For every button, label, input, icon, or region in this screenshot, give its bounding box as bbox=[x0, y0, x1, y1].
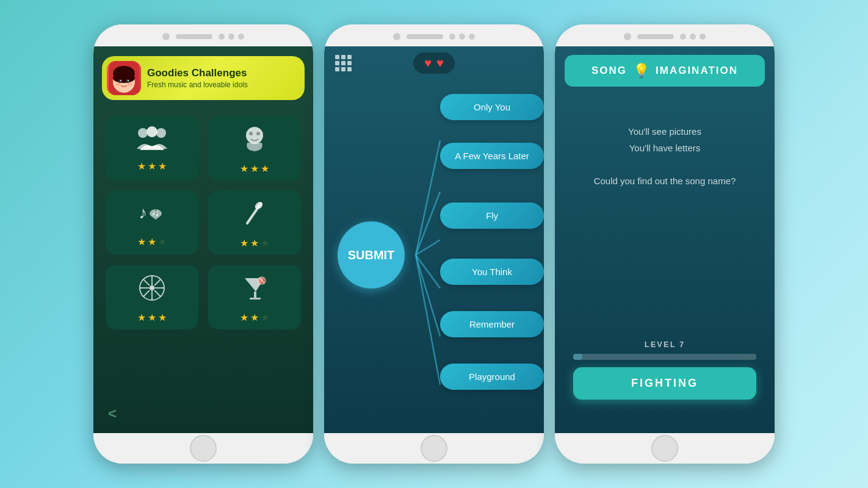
desc-line-2: You'll have letters bbox=[573, 140, 756, 156]
phone-2-top-bar bbox=[324, 24, 544, 46]
level-section: LEVEL 7 bbox=[555, 340, 775, 360]
svg-text:♪: ♪ bbox=[139, 203, 147, 222]
wheel-icon bbox=[139, 274, 165, 307]
heart-1: ♥ bbox=[424, 56, 432, 70]
stars-5: ★ ★ ★ bbox=[137, 312, 167, 323]
svg-point-9 bbox=[126, 79, 129, 83]
svg-point-13 bbox=[128, 83, 132, 86]
phone-1-screen: Goodies Challenges Fresh music and lovea… bbox=[93, 46, 313, 433]
phone-2-screen: ♥ ♥ SUBMIT bbox=[324, 46, 544, 433]
song-option-2[interactable]: A Few Years Later bbox=[440, 143, 544, 169]
microphone-icon bbox=[242, 200, 267, 232]
friends-icon bbox=[137, 126, 167, 156]
phone-3-speaker bbox=[637, 34, 674, 39]
phone-2-bottom bbox=[324, 433, 544, 464]
phone-1-speaker bbox=[176, 34, 212, 39]
phone-2-dots bbox=[449, 34, 475, 40]
phone-1-dot-3 bbox=[238, 34, 244, 40]
svg-line-32 bbox=[154, 279, 161, 285]
phone-1-dots bbox=[219, 34, 244, 40]
phone-1-home-button[interactable] bbox=[190, 435, 217, 462]
song-imagination-header: SONG 💡 IMAGINATION bbox=[565, 55, 765, 87]
phone-3-dot-2 bbox=[690, 34, 696, 40]
imagination-label: IMAGINATION bbox=[656, 65, 738, 77]
game-description: You'll see pictures You'll have letters … bbox=[555, 111, 775, 201]
phone-3-bottom bbox=[555, 433, 775, 464]
song-option-5[interactable]: Remember bbox=[440, 311, 544, 337]
phone-3-screen: SONG 💡 IMAGINATION You'll see pictures Y… bbox=[555, 46, 775, 433]
baby-icon bbox=[242, 126, 267, 158]
progress-fill bbox=[573, 354, 582, 360]
song-option-3[interactable]: Fly bbox=[440, 203, 544, 229]
svg-point-12 bbox=[115, 83, 120, 86]
game-cell-2[interactable]: ★ ★ ★ bbox=[208, 116, 301, 181]
phone-3-dots bbox=[680, 34, 706, 40]
phone-2-speaker bbox=[407, 34, 443, 39]
level-label: LEVEL 7 bbox=[573, 340, 756, 349]
phone-3-top-bar bbox=[555, 24, 775, 46]
svg-point-14 bbox=[138, 128, 148, 138]
header-text: Goodies Challenges Fresh music and lovea… bbox=[147, 67, 248, 89]
stars-1: ★ ★ ★ bbox=[137, 160, 167, 172]
grid-menu-icon[interactable] bbox=[335, 55, 351, 71]
svg-point-15 bbox=[146, 126, 157, 137]
game-grid: ★ ★ ★ ★ ★ bbox=[93, 110, 313, 336]
svg-point-19 bbox=[256, 132, 260, 135]
phone-3-home-button[interactable] bbox=[651, 435, 678, 462]
lives-counter: ♥ ♥ bbox=[413, 52, 455, 74]
phone-2-dot-3 bbox=[469, 34, 475, 40]
app-title: Goodies Challenges bbox=[147, 67, 248, 79]
svg-point-25 bbox=[150, 285, 154, 290]
song-label: SONG bbox=[591, 65, 627, 77]
phone-3-dot-3 bbox=[700, 34, 706, 40]
song-option-4[interactable]: You Think bbox=[440, 259, 544, 285]
phone-1-dot-1 bbox=[219, 34, 225, 40]
stars-4: ★ ★ ★ bbox=[240, 237, 269, 249]
game-cell-1[interactable]: ★ ★ ★ bbox=[106, 116, 198, 181]
phone-1-top-bar bbox=[93, 24, 313, 46]
submit-button[interactable]: SUBMIT bbox=[338, 221, 405, 289]
phone-2-camera bbox=[393, 33, 400, 40]
bulb-icon: 💡 bbox=[633, 63, 649, 79]
stars-6: ★ ★ ★ bbox=[240, 312, 269, 323]
phone-3-camera bbox=[624, 33, 631, 40]
svg-point-10 bbox=[120, 80, 121, 81]
svg-line-30 bbox=[143, 279, 150, 285]
svg-point-11 bbox=[128, 80, 129, 81]
game-cell-4[interactable]: ★ ★ ★ bbox=[208, 190, 301, 255]
svg-point-16 bbox=[156, 128, 166, 138]
svg-rect-35 bbox=[254, 292, 256, 298]
phone-1-camera bbox=[162, 33, 170, 40]
goodies-header: Goodies Challenges Fresh music and lovea… bbox=[102, 56, 305, 100]
phone-2-home-button[interactable] bbox=[421, 435, 447, 462]
svg-point-17 bbox=[246, 127, 263, 144]
song-option-6[interactable]: Playground bbox=[440, 364, 544, 390]
svg-point-23 bbox=[253, 201, 264, 211]
avatar bbox=[107, 61, 141, 95]
phone-2-dot-2 bbox=[459, 34, 465, 40]
phone-1-bottom bbox=[93, 433, 313, 464]
stars-2: ★ ★ ★ bbox=[240, 163, 269, 174]
svg-rect-36 bbox=[250, 298, 261, 300]
song-option-1[interactable]: Only You bbox=[440, 94, 544, 120]
svg-line-33 bbox=[143, 290, 150, 296]
stars-3: ★ ★ ★ bbox=[137, 236, 167, 248]
svg-line-44 bbox=[416, 255, 440, 385]
fighting-button[interactable]: FIGHTING bbox=[573, 367, 756, 400]
heart-2: ♥ bbox=[436, 56, 444, 70]
game-cell-3[interactable]: ♪ ♫ ★ ★ ★ bbox=[106, 190, 198, 255]
back-button[interactable]: < bbox=[108, 405, 117, 422]
svg-line-31 bbox=[154, 290, 161, 296]
game-cell-6[interactable]: ★ ★ ★ bbox=[208, 265, 301, 329]
phone-3: SONG 💡 IMAGINATION You'll see pictures Y… bbox=[555, 24, 775, 464]
progress-bar bbox=[573, 354, 756, 360]
phone-2-dot-1 bbox=[449, 34, 455, 40]
phone-1-dot-2 bbox=[228, 34, 234, 40]
game-cell-5[interactable]: ★ ★ ★ bbox=[106, 265, 198, 329]
phone-2: ♥ ♥ SUBMIT bbox=[324, 24, 544, 464]
desc-line-1: You'll see pictures bbox=[573, 123, 756, 140]
svg-line-43 bbox=[416, 255, 440, 337]
desc-line-3: Could you find out the song name? bbox=[573, 173, 756, 189]
app-subtitle: Fresh music and loveable idols bbox=[147, 81, 248, 89]
music-heart-icon: ♪ ♫ bbox=[137, 200, 167, 231]
